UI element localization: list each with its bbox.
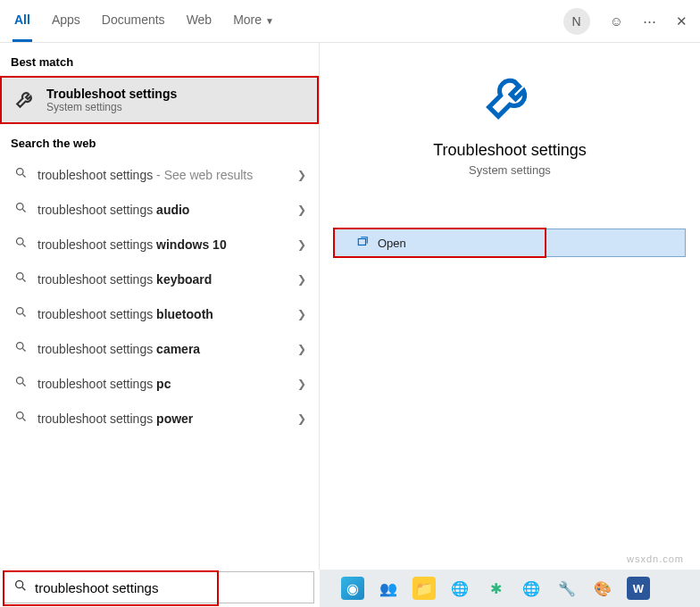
- chevron-right-icon: ❯: [297, 308, 306, 320]
- taskbar-word-icon[interactable]: W: [627, 577, 650, 600]
- chevron-right-icon: ❯: [297, 378, 306, 390]
- close-icon[interactable]: ✕: [676, 13, 688, 29]
- taskbar: ◉ 👥 📁 🌐 ✱ 🌐 🔧 🎨 W: [320, 570, 700, 607]
- web-result-text: troubleshoot settings audio: [38, 203, 297, 217]
- search-web-label: Search the web: [0, 124, 319, 157]
- search-icon: [12, 340, 29, 357]
- tab-all[interactable]: All: [12, 0, 32, 42]
- user-avatar[interactable]: N: [563, 8, 590, 35]
- web-result-item[interactable]: troubleshoot settings camera❯: [4, 331, 315, 366]
- wrench-icon: [334, 68, 686, 127]
- taskbar-teams-icon[interactable]: 👥: [377, 577, 400, 600]
- chevron-right-icon: ❯: [297, 204, 306, 216]
- chevron-right-icon: ❯: [297, 238, 306, 251]
- more-options-icon[interactable]: ⋯: [643, 13, 656, 29]
- web-result-text: troubleshoot settings camera: [38, 342, 297, 356]
- chevron-right-icon: ❯: [297, 273, 306, 286]
- web-result-text: troubleshoot settings bluetooth: [38, 307, 297, 321]
- search-icon: [12, 305, 29, 322]
- svg-point-4: [16, 308, 23, 315]
- taskbar-slack-icon[interactable]: ✱: [484, 577, 507, 600]
- feedback-icon[interactable]: ☺: [610, 13, 623, 29]
- svg-point-0: [16, 169, 23, 176]
- svg-point-3: [16, 273, 23, 280]
- annotation-highlight: [333, 228, 546, 258]
- chevron-right-icon: ❯: [297, 412, 306, 425]
- search-scope-tabs: All Apps Documents Web More▼: [12, 0, 276, 42]
- taskbar-chrome2-icon[interactable]: 🌐: [520, 577, 543, 600]
- chevron-right-icon: ❯: [297, 169, 306, 181]
- taskbar-chrome-icon[interactable]: 🌐: [448, 577, 471, 600]
- web-result-item[interactable]: troubleshoot settings pc❯: [4, 366, 315, 401]
- search-icon: [12, 236, 29, 253]
- svg-point-6: [16, 378, 23, 385]
- search-icon: [12, 270, 29, 287]
- search-input[interactable]: [35, 580, 285, 595]
- best-match-title: Troubleshoot settings: [46, 87, 177, 101]
- web-result-item[interactable]: troubleshoot settings windows 10❯: [4, 227, 315, 262]
- best-match-subtitle: System settings: [46, 101, 177, 113]
- results-panel: Best match Troubleshoot settings System …: [0, 43, 320, 570]
- svg-point-7: [16, 412, 23, 420]
- svg-point-9: [16, 581, 23, 588]
- svg-point-2: [16, 238, 23, 245]
- tab-apps[interactable]: Apps: [50, 0, 82, 42]
- preview-panel: Troubleshoot settings System settings Op…: [320, 43, 700, 570]
- tab-more[interactable]: More▼: [231, 0, 276, 42]
- taskbar-tool-icon[interactable]: 🔧: [555, 577, 579, 600]
- preview-subtitle: System settings: [334, 163, 686, 177]
- chevron-right-icon: ❯: [297, 343, 306, 355]
- web-result-item[interactable]: troubleshoot settings power❯: [4, 401, 315, 436]
- best-match-item[interactable]: Troubleshoot settings System settings: [0, 76, 319, 124]
- web-result-text: troubleshoot settings keyboard: [38, 272, 297, 287]
- taskbar-edge-icon[interactable]: ◉: [341, 577, 364, 600]
- web-result-text: troubleshoot settings pc: [38, 377, 297, 391]
- header-bar: All Apps Documents Web More▼ N ☺ ⋯ ✕: [0, 0, 700, 43]
- search-box[interactable]: [4, 571, 314, 603]
- web-result-item[interactable]: troubleshoot settings bluetooth❯: [4, 296, 315, 331]
- tab-documents[interactable]: Documents: [100, 0, 167, 42]
- search-icon: [12, 166, 29, 183]
- web-result-text: troubleshoot settings windows 10: [38, 237, 297, 252]
- search-icon: [13, 578, 28, 596]
- taskbar-explorer-icon[interactable]: 📁: [412, 577, 436, 600]
- search-icon: [12, 375, 29, 392]
- web-result-item[interactable]: troubleshoot settings - See web results❯: [4, 157, 315, 192]
- web-result-text: troubleshoot settings power: [38, 412, 297, 426]
- web-result-text: troubleshoot settings - See web results: [38, 168, 297, 182]
- search-icon: [12, 410, 29, 427]
- search-icon: [12, 201, 29, 218]
- best-match-label: Best match: [0, 43, 319, 76]
- tab-web[interactable]: Web: [185, 0, 214, 42]
- open-action[interactable]: Open: [334, 229, 686, 257]
- web-result-item[interactable]: troubleshoot settings audio❯: [4, 192, 315, 227]
- chevron-down-icon: ▼: [265, 16, 274, 26]
- watermark: wsxdn.com: [627, 553, 684, 564]
- web-result-item[interactable]: troubleshoot settings keyboard❯: [4, 262, 315, 296]
- svg-point-5: [16, 343, 23, 350]
- preview-title: Troubleshoot settings: [334, 141, 686, 160]
- taskbar-paint-icon[interactable]: 🎨: [591, 577, 614, 600]
- wrench-icon: [14, 87, 38, 113]
- svg-point-1: [16, 204, 23, 211]
